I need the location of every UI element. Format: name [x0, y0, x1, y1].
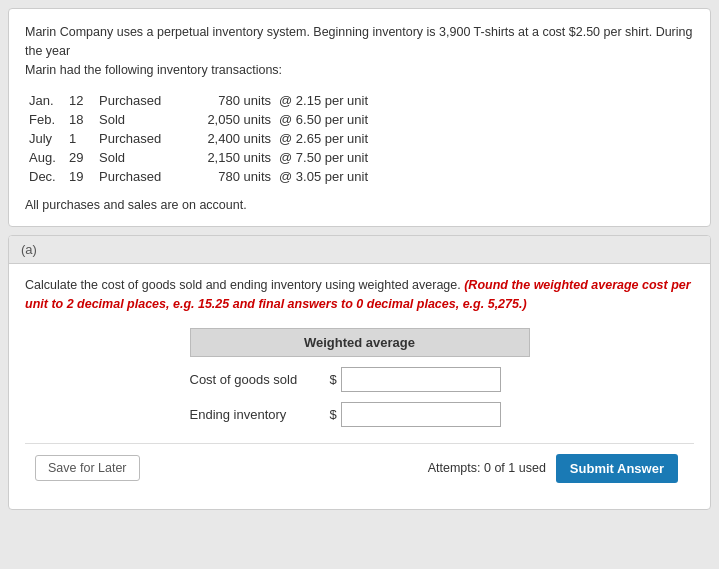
section-body: Calculate the cost of goods sold and end… [9, 264, 710, 509]
month-0: Jan. [29, 93, 69, 108]
ending-inventory-input[interactable] [341, 402, 501, 427]
day-2: 1 [69, 131, 99, 146]
type-2: Purchased [99, 131, 189, 146]
units-4: 780 units [189, 169, 279, 184]
ending-inventory-dollar: $ [330, 407, 337, 422]
instruction-text: Calculate the cost of goods sold and end… [25, 276, 694, 314]
ending-inventory-row: Ending inventory $ [190, 402, 530, 427]
price-0: @ 2.15 per unit [279, 93, 368, 108]
section-label: (a) [9, 236, 710, 264]
ending-inventory-label: Ending inventory [190, 407, 330, 422]
attempts-label: Attempts: 0 of 1 used [428, 461, 546, 475]
day-0: 12 [69, 93, 99, 108]
cogs-dollar: $ [330, 372, 337, 387]
weighted-average-table: Weighted average Cost of goods sold $ En… [190, 328, 530, 427]
table-row: Aug. 29 Sold 2,150 units @ 7.50 per unit [29, 150, 694, 165]
table-row: Jan. 12 Purchased 780 units @ 2.15 per u… [29, 93, 694, 108]
day-4: 19 [69, 169, 99, 184]
note: All purchases and sales are on account. [25, 198, 694, 212]
save-for-later-button[interactable]: Save for Later [35, 455, 140, 481]
units-0: 780 units [189, 93, 279, 108]
cogs-row: Cost of goods sold $ [190, 367, 530, 392]
instruction-normal: Calculate the cost of goods sold and end… [25, 278, 461, 292]
problem-card: Marin Company uses a perpetual inventory… [8, 8, 711, 227]
price-3: @ 7.50 per unit [279, 150, 368, 165]
type-1: Sold [99, 112, 189, 127]
month-4: Dec. [29, 169, 69, 184]
type-3: Sold [99, 150, 189, 165]
month-2: July [29, 131, 69, 146]
price-4: @ 3.05 per unit [279, 169, 368, 184]
submit-answer-button[interactable]: Submit Answer [556, 454, 678, 483]
month-3: Aug. [29, 150, 69, 165]
problem-description: Marin Company uses a perpetual inventory… [25, 23, 694, 79]
month-1: Feb. [29, 112, 69, 127]
footer-bar: Save for Later Attempts: 0 of 1 used Sub… [25, 443, 694, 493]
table-row: Dec. 19 Purchased 780 units @ 3.05 per u… [29, 169, 694, 184]
description-line2: Marin had the following inventory transa… [25, 63, 282, 77]
cogs-input[interactable] [341, 367, 501, 392]
units-3: 2,150 units [189, 150, 279, 165]
table-row: July 1 Purchased 2,400 units @ 2.65 per … [29, 131, 694, 146]
price-2: @ 2.65 per unit [279, 131, 368, 146]
day-1: 18 [69, 112, 99, 127]
type-0: Purchased [99, 93, 189, 108]
day-3: 29 [69, 150, 99, 165]
transactions-table: Jan. 12 Purchased 780 units @ 2.15 per u… [29, 93, 694, 184]
page-wrapper: Marin Company uses a perpetual inventory… [0, 0, 719, 569]
units-1: 2,050 units [189, 112, 279, 127]
price-1: @ 6.50 per unit [279, 112, 368, 127]
footer-right: Attempts: 0 of 1 used Submit Answer [428, 454, 678, 483]
type-4: Purchased [99, 169, 189, 184]
table-row: Feb. 18 Sold 2,050 units @ 6.50 per unit [29, 112, 694, 127]
question-card: (a) Calculate the cost of goods sold and… [8, 235, 711, 510]
units-2: 2,400 units [189, 131, 279, 146]
table-header: Weighted average [190, 328, 530, 357]
cogs-label: Cost of goods sold [190, 372, 330, 387]
description-line1: Marin Company uses a perpetual inventory… [25, 25, 692, 58]
